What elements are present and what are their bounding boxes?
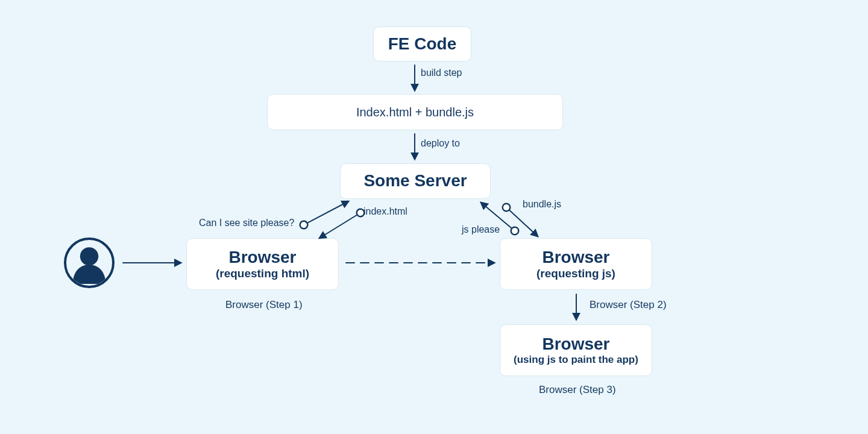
node-server-title: Some Server <box>363 171 467 190</box>
node-server: Some Server <box>340 163 491 199</box>
connectors: browser2 dashed --> <box>0 0 868 434</box>
node-browser-1-title: Browser <box>228 248 296 267</box>
node-fe-code-title: FE Code <box>388 34 457 54</box>
node-artifacts-title: Index.html + bundle.js <box>356 105 474 119</box>
edge-label-bundle-js: bundle.js <box>523 199 561 210</box>
arrow-req-site <box>304 201 348 225</box>
node-browser-3: Browser (using js to paint the app) <box>500 324 652 376</box>
node-browser-2-title: Browser <box>542 248 609 267</box>
diagram-stage: FE Code Index.html + bundle.js Some Serv… <box>0 0 868 434</box>
caption-step-3: Browser (Step 3) <box>539 384 616 396</box>
node-browser-3-subtitle: (using js to paint the app) <box>514 354 638 366</box>
node-artifacts: Index.html + bundle.js <box>267 94 563 130</box>
edge-label-index-html: index.html <box>363 206 407 217</box>
edge-label-deploy-to: deploy to <box>421 138 460 149</box>
node-browser-1-subtitle: (requesting html) <box>216 267 309 280</box>
node-browser-3-title: Browser <box>542 335 609 354</box>
arrow-index-html <box>319 213 360 238</box>
arrow-bundle-js <box>506 207 538 236</box>
node-browser-1: Browser (requesting html) <box>186 238 339 290</box>
edge-label-req-site: Can I see site please? <box>199 218 294 228</box>
caption-step-1: Browser (Step 1) <box>225 299 303 311</box>
node-browser-2: Browser (requesting js) <box>500 238 652 290</box>
user-icon <box>64 237 115 288</box>
caption-step-2: Browser (Step 2) <box>590 299 667 311</box>
svg-point-0 <box>80 247 98 265</box>
edge-label-js-please: js please <box>462 224 500 235</box>
edge-label-build-step: build step <box>421 68 462 78</box>
node-browser-2-subtitle: (requesting js) <box>536 267 615 280</box>
node-fe-code: FE Code <box>373 27 471 61</box>
